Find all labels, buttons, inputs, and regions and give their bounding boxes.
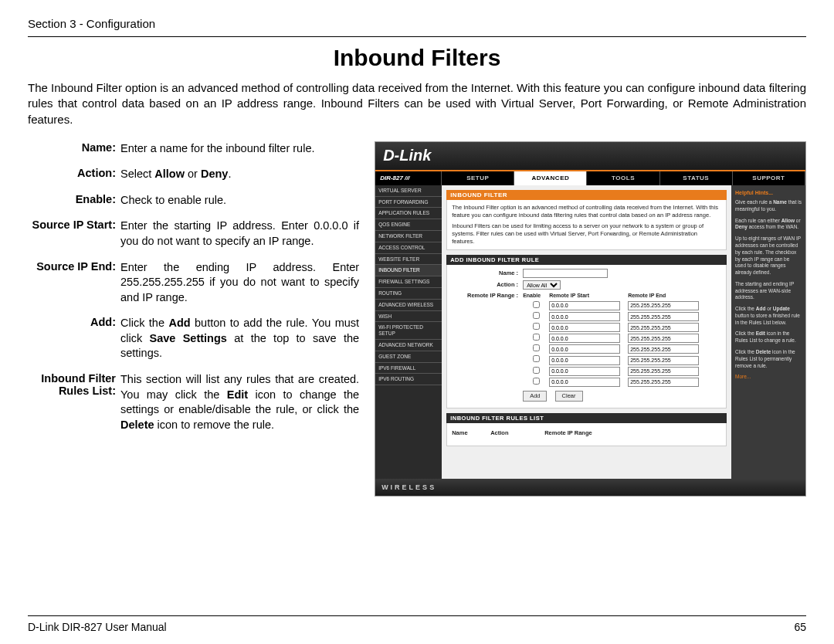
definition-row: Action:Select Allow or Deny. xyxy=(28,167,359,182)
center-panel: INBOUND FILTER The Inbound Filter option… xyxy=(442,185,731,479)
ip-start-input[interactable] xyxy=(549,378,620,387)
sidebar-item[interactable]: WEBSITE FILTER xyxy=(375,254,442,266)
ip-start-input[interactable] xyxy=(549,323,620,332)
section-header: Section 3 - Configuration xyxy=(28,17,806,30)
definition-text: Enter a name for the inbound filter rule… xyxy=(120,141,359,157)
hint-p7: Click the Delete icon in the Rules List … xyxy=(735,349,802,369)
clear-button[interactable]: Clear xyxy=(555,391,583,402)
sidebar-item[interactable]: NETWORK FILTER xyxy=(375,231,442,242)
ip-start-input[interactable] xyxy=(549,312,620,321)
tab-setup[interactable]: SETUP xyxy=(442,171,514,185)
definition-text: Enter the starting IP address. Enter 0.0… xyxy=(120,219,359,249)
enable-checkbox[interactable] xyxy=(533,301,540,308)
sidebar-item[interactable]: INBOUND FILTER xyxy=(375,265,442,276)
name-label: Name : xyxy=(452,269,523,277)
panel-heading-add: ADD INBOUND FILTER RULE xyxy=(446,255,727,265)
router-screenshot: D-Link DIR-827/// SETUPADVANCEDTOOLSSTAT… xyxy=(375,141,806,497)
tab-support[interactable]: SUPPORT xyxy=(733,171,805,185)
ip-range-row xyxy=(523,367,707,376)
sidebar-item[interactable]: ADVANCED NETWORK xyxy=(375,340,442,351)
brand-logo: D-Link xyxy=(383,147,431,164)
tab-status[interactable]: STATUS xyxy=(660,171,733,185)
add-button[interactable]: Add xyxy=(523,391,547,402)
tab-tools[interactable]: TOOLS xyxy=(587,171,659,185)
definition-row: Name:Enter a name for the inbound filter… xyxy=(28,141,359,157)
ip-range-row xyxy=(523,378,707,387)
ip-end-input[interactable] xyxy=(628,301,699,310)
definition-label: Action: xyxy=(28,167,120,182)
ip-start-input[interactable] xyxy=(549,367,620,376)
sidebar-item[interactable]: FIREWALL SETTINGS xyxy=(375,276,442,288)
ip-end-input[interactable] xyxy=(628,344,699,354)
col-start: Remote IP Start xyxy=(549,292,628,299)
ip-end-input[interactable] xyxy=(628,378,699,387)
tab-bar: DIR-827/// SETUPADVANCEDTOOLSSTATUSSUPPO… xyxy=(375,171,805,185)
sidebar-nav: VIRTUAL SERVERPORT FORWARDINGAPPLICATION… xyxy=(375,185,442,479)
list-col-range: Remote IP Range xyxy=(544,429,721,437)
ip-end-input[interactable] xyxy=(628,367,699,376)
hint-p2: Each rule can either Allow or Deny acces… xyxy=(735,218,802,232)
enable-checkbox[interactable] xyxy=(533,323,540,330)
definition-text: Click the Add button to add the rule. Yo… xyxy=(120,316,359,361)
definition-row: Source IP Start:Enter the starting IP ad… xyxy=(28,219,359,249)
sidebar-item[interactable]: QOS ENGINE xyxy=(375,219,442,231)
enable-checkbox[interactable] xyxy=(533,378,540,385)
enable-checkbox[interactable] xyxy=(533,367,540,374)
hint-p1: Give each rule a Name that is meaningful… xyxy=(735,199,802,213)
definition-label: Enable: xyxy=(28,193,120,208)
hints-more-link[interactable]: More... xyxy=(735,374,802,381)
ip-start-input[interactable] xyxy=(549,334,620,343)
definition-label: Source IP End: xyxy=(28,260,120,306)
panel-heading-inbound: INBOUND FILTER xyxy=(446,190,727,200)
hints-panel: Helpful Hints... Give each rule a Name t… xyxy=(731,185,805,479)
sidebar-item[interactable]: ADVANCED WIRELESS xyxy=(375,300,442,311)
definition-text: Select Allow or Deny. xyxy=(120,167,359,182)
sidebar-item[interactable]: PORT FORWARDING xyxy=(375,197,442,208)
ip-end-input[interactable] xyxy=(628,356,699,365)
col-end: Remote IP End xyxy=(628,292,707,299)
ip-start-input[interactable] xyxy=(549,356,620,365)
ip-range-row xyxy=(523,301,707,310)
tab-advanced[interactable]: ADVANCED xyxy=(514,171,587,185)
name-input[interactable] xyxy=(523,269,608,278)
definitions-list: Name:Enter a name for the inbound filter… xyxy=(28,141,359,432)
definition-label: Inbound Filter Rules List: xyxy=(28,372,120,432)
hint-p3: Up to eight ranges of WAN IP addresses c… xyxy=(735,236,802,276)
enable-checkbox[interactable] xyxy=(533,344,540,351)
hint-p6: Click the Edit icon in the Rules List to… xyxy=(735,330,802,344)
header-rule xyxy=(28,36,806,37)
footer-left: D-Link DIR-827 User Manual xyxy=(28,621,167,633)
enable-checkbox[interactable] xyxy=(533,355,540,362)
enable-checkbox[interactable] xyxy=(533,312,540,319)
ip-start-input[interactable] xyxy=(549,344,620,354)
sidebar-item[interactable]: APPLICATION RULES xyxy=(375,208,442,219)
sidebar-item[interactable]: WI-FI PROTECTED SETUP xyxy=(375,322,442,340)
sidebar-item[interactable]: GUEST ZONE xyxy=(375,351,442,363)
panel-body-add: Name : Action : Allow All Remote IP Rang… xyxy=(446,265,727,408)
col-enable: Enable xyxy=(523,292,549,299)
sidebar-item[interactable]: VIRTUAL SERVER xyxy=(375,185,442,197)
sidebar-item[interactable]: ACCESS CONTROL xyxy=(375,242,442,254)
ip-start-input[interactable] xyxy=(549,301,620,310)
sidebar-item[interactable]: ROUTING xyxy=(375,288,442,300)
definition-row: Inbound Filter Rules List:This section w… xyxy=(28,372,359,432)
definition-label: Name: xyxy=(28,141,120,157)
ip-range-row xyxy=(523,355,707,364)
enable-checkbox[interactable] xyxy=(533,334,540,341)
sidebar-item[interactable]: WISH xyxy=(375,311,442,323)
ip-range-row xyxy=(523,312,707,321)
screenshot-footer: WIRELESS xyxy=(375,479,805,496)
page-title: Inbound Filters xyxy=(28,45,806,71)
definition-row: Add:Click the Add button to add the rule… xyxy=(28,316,359,361)
action-label: Action : xyxy=(452,281,523,289)
ip-end-input[interactable] xyxy=(628,334,699,343)
action-select[interactable]: Allow All xyxy=(523,280,561,290)
panel-body-list: Name Action Remote IP Range xyxy=(446,423,727,446)
sidebar-item[interactable]: IPV6 ROUTING xyxy=(375,374,442,385)
ip-end-input[interactable] xyxy=(628,323,699,332)
definition-row: Enable:Check to enable rule. xyxy=(28,193,359,208)
ip-end-input[interactable] xyxy=(628,312,699,321)
definition-label: Add: xyxy=(28,316,120,361)
ip-range-row xyxy=(523,323,707,332)
sidebar-item[interactable]: IPV6 FIREWALL xyxy=(375,363,442,375)
